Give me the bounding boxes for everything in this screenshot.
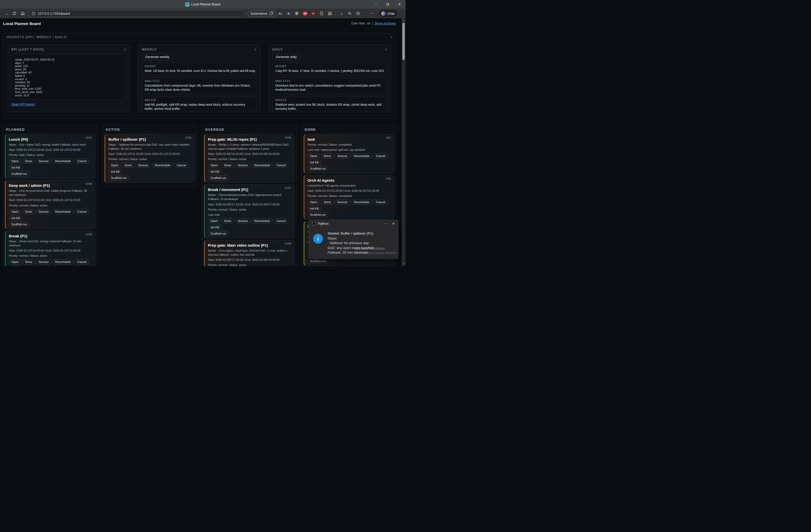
collections-icon[interactable] — [346, 10, 353, 17]
chevron-down-icon[interactable]: v — [255, 48, 256, 51]
weekly-title: WEEKLY — [142, 48, 156, 51]
media-playing-icon[interactable]: ♪ — [338, 10, 345, 17]
ublock-icon[interactable]: UD — [310, 10, 317, 17]
card-button-scaffold-run[interactable]: Scaffold run — [307, 166, 328, 171]
extensions-puzzle-icon[interactable] — [326, 10, 334, 17]
card-button-snooze[interactable]: Snooze — [36, 209, 51, 214]
generate-weekly-button[interactable]: Generate weekly — [142, 53, 173, 60]
card-button-scaffold-run[interactable]: Scaffold run — [307, 212, 328, 217]
scrollbar-thumb[interactable] — [402, 23, 405, 60]
card-button-scaffold-run[interactable]: Scaffold run — [108, 175, 129, 181]
toast-more-icon[interactable]: ⋯ — [384, 222, 387, 225]
card-button-scaffold-run[interactable]: Scaffold run — [9, 222, 30, 227]
card-button-reschedule[interactable]: Reschedule — [351, 153, 372, 158]
card-button-snooze[interactable]: Snooze — [136, 163, 151, 168]
card-actions: OpenDoneSnoozeRescheduleCancelInit KB — [307, 153, 391, 165]
card-button-scaffold-run[interactable]: Scaffold run — [208, 231, 229, 236]
home-icon[interactable] — [19, 10, 26, 17]
card-button-snooze[interactable]: Snooze — [36, 158, 51, 164]
refresh-icon[interactable] — [11, 10, 18, 17]
card-button-done[interactable]: Done — [22, 209, 35, 214]
card-button-open[interactable]: Open — [108, 163, 121, 168]
card-button-init-kb[interactable]: Init KB — [208, 169, 222, 174]
copilot-chat-button[interactable]: Chat — [379, 10, 397, 17]
card-button-open[interactable]: Open — [307, 153, 320, 158]
card-button-snooze[interactable]: Snooze — [335, 153, 350, 158]
card-button-done[interactable]: Done — [22, 259, 35, 264]
card-button-open[interactable]: Open — [9, 209, 21, 214]
scroll-up-icon[interactable]: ▲ — [402, 18, 406, 22]
card-button-cancel[interactable]: Cancel — [274, 218, 288, 223]
card-button-done[interactable]: Done — [221, 218, 234, 223]
show-archived-link[interactable]: Show archived — [374, 22, 396, 25]
tracking-shield-icon[interactable] — [293, 10, 301, 17]
card-button-snooze[interactable]: Snooze — [235, 218, 250, 223]
card-button-open[interactable]: Open — [208, 218, 220, 223]
card-button-open[interactable]: Open — [208, 163, 220, 168]
card-button-done[interactable]: Done — [22, 158, 35, 164]
card-actions-secondary: Scaffold run — [9, 171, 92, 176]
restore-button[interactable] — [382, 0, 394, 9]
address-bar[interactable]: 127.0.0.1:7331/board — [28, 10, 245, 17]
card-button-reschedule[interactable]: Reschedule — [52, 209, 74, 214]
settings-more-icon[interactable]: ⋯ — [369, 10, 376, 17]
card-button-done[interactable]: Done — [321, 153, 334, 158]
minimize-button[interactable]: – — [370, 0, 382, 9]
card-button-cancel[interactable]: Cancel — [75, 259, 89, 264]
task-card: #249Break (P1)Steps: - Short rest DoD: e… — [5, 231, 95, 266]
read-aloud-icon[interactable]: A)) — [277, 10, 284, 17]
chevron-down-icon[interactable]: v — [391, 35, 393, 39]
card-button-init-kb[interactable]: Init KB — [307, 160, 321, 165]
site-info-icon[interactable] — [32, 12, 35, 15]
card-button-snooze[interactable]: Snooze — [36, 259, 51, 264]
card-button-snooze[interactable]: Snooze — [335, 200, 350, 205]
card-button-init-kb[interactable]: Init KB — [9, 266, 23, 266]
chevron-down-icon[interactable]: v — [385, 48, 387, 51]
card-button-cancel[interactable]: Cancel — [274, 163, 288, 168]
card-button-done[interactable]: Done — [221, 163, 234, 168]
close-button[interactable]: ✕ — [394, 0, 406, 9]
summarize-button[interactable]: Summarize — [248, 10, 276, 17]
card-button-init-kb[interactable]: Init KB — [108, 169, 122, 174]
copilot-icon — [381, 11, 386, 16]
card-button-open[interactable]: Open — [307, 200, 320, 205]
report-label: REPORT — [275, 65, 384, 68]
insights-header[interactable]: INSIGHTS (KPI / WEEKLY / DAILY) v — [3, 33, 396, 41]
card-button-init-kb[interactable]: Init KB — [9, 216, 23, 221]
card-button-scaffold-run[interactable]: Scaffold run — [208, 175, 229, 181]
card-button-done[interactable]: Done — [122, 163, 134, 168]
card-button-init-kb[interactable]: Init KB — [307, 206, 321, 211]
card-button-cancel[interactable]: Cancel — [75, 209, 89, 214]
card-button-cancel[interactable]: Cancel — [373, 153, 388, 158]
scroll-down-icon[interactable]: ▼ — [402, 262, 406, 265]
open-kpi-report-link[interactable]: Open KPI report — [11, 103, 34, 106]
card-button-reschedule[interactable]: Reschedule — [351, 200, 372, 205]
card-button-scaffold-run[interactable]: Scaffold run — [9, 171, 30, 176]
card-button-reschedule[interactable]: Reschedule — [152, 163, 173, 168]
toast-close-icon[interactable]: ✕ — [392, 222, 395, 225]
card-line: Priority: normal | Status: completed — [307, 143, 391, 147]
adblock-plus-icon[interactable]: ABP — [302, 10, 309, 17]
card-button-open[interactable]: Open — [9, 158, 21, 164]
favorite-star-icon[interactable]: ★ — [285, 10, 292, 17]
card-button-open[interactable]: Open — [9, 259, 21, 264]
card-button-init-kb[interactable]: Init KB — [9, 165, 23, 170]
card-button-done[interactable]: Done — [321, 200, 334, 205]
card-button-cancel[interactable]: Cancel — [75, 158, 89, 164]
card-button-reschedule[interactable]: Reschedule — [52, 158, 74, 164]
card-button-init-kb[interactable]: Init KB — [208, 225, 222, 230]
screen-recorder-icon[interactable] — [318, 10, 325, 17]
forward-icon[interactable]: → — [3, 10, 10, 17]
card-button-reschedule[interactable]: Reschedule — [52, 259, 74, 264]
card-button-cancel[interactable]: Cancel — [174, 163, 188, 168]
card-button-cancel[interactable]: Cancel — [373, 200, 388, 205]
page-scrollbar[interactable]: ▲ ▼ — [402, 18, 406, 266]
card-button-scaffold-run[interactable]: Scaffold run — [307, 259, 328, 264]
history-icon[interactable] — [354, 10, 362, 17]
card-button-snooze[interactable]: Snooze — [235, 163, 250, 168]
python-app-icon — [312, 222, 316, 225]
chevron-down-icon[interactable]: v — [124, 48, 126, 51]
card-button-reschedule[interactable]: Reschedule — [252, 163, 273, 168]
card-button-reschedule[interactable]: Reschedule — [252, 218, 273, 223]
generate-daily-button[interactable]: Generate daily — [272, 53, 300, 60]
